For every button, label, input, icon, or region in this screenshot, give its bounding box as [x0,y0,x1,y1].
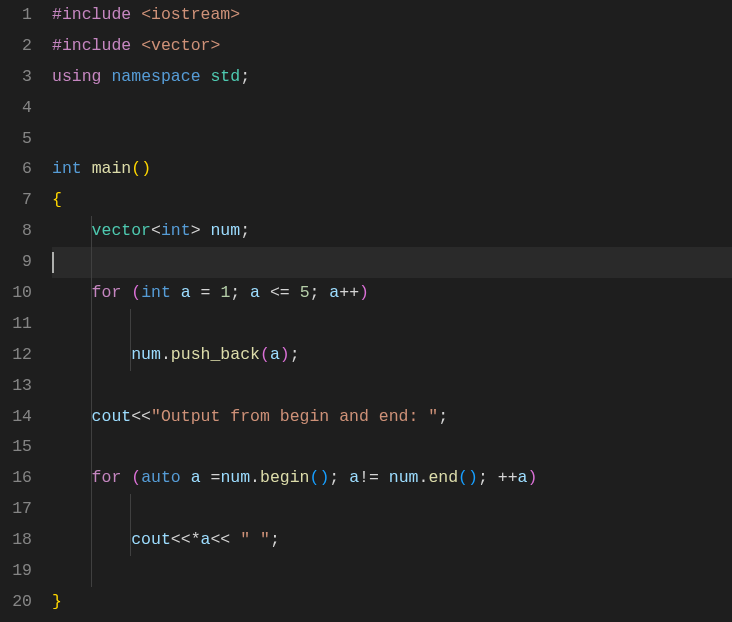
code-line[interactable] [52,309,732,340]
line-number: 6 [0,154,32,185]
token-brace2: ( [310,468,320,487]
indent-guide [130,340,131,371]
token-func: main [92,159,132,178]
token-class: std [210,67,240,86]
token-func: begin [260,468,310,487]
code-line[interactable]: using namespace std; [52,62,732,93]
token-punct: ; [240,221,250,240]
token-string: "Output from begin and end: " [151,407,438,426]
token-punct: ; [240,67,250,86]
token-brace: ) [141,159,151,178]
token-punct: << [210,530,240,549]
token-punct [181,468,191,487]
indent-guide [91,309,92,340]
token-brace1: ( [131,283,141,302]
line-number: 10 [0,278,32,309]
token-punct: < [151,221,161,240]
token-ident: a [181,283,191,302]
token-punct: ; [438,407,448,426]
token-punct [82,159,92,178]
token-punct [52,468,92,487]
token-type: int [161,221,191,240]
token-ns: namespace [111,67,200,86]
token-punct: << [131,407,151,426]
line-number: 5 [0,124,32,155]
code-line[interactable]: for (int a = 1; a <= 5; a++) [52,278,732,309]
line-number: 15 [0,432,32,463]
line-number: 16 [0,463,32,494]
code-line[interactable]: } [52,587,732,618]
token-punct: != [359,468,389,487]
indent-guide [91,463,92,494]
indent-guide [130,494,131,525]
line-number-gutter: 1234567891011121314151617181920 [0,0,42,622]
code-line[interactable] [52,247,732,278]
token-class: vector [92,221,151,240]
code-line[interactable]: { [52,185,732,216]
token-brace1: ( [131,468,141,487]
indent-guide [91,247,92,278]
code-line[interactable]: vector<int> num; [52,216,732,247]
token-brace1: ( [260,345,270,364]
line-number: 9 [0,247,32,278]
token-brace1: ) [280,345,290,364]
line-number: 19 [0,556,32,587]
code-line[interactable]: num.push_back(a); [52,340,732,371]
line-number: 17 [0,494,32,525]
code-line[interactable] [52,371,732,402]
token-punct: ; [329,468,349,487]
token-punct: = [201,468,221,487]
indent-guide [91,340,92,371]
code-area[interactable]: #include <iostream>#include <vector>usin… [42,0,732,622]
token-brace: { [52,190,62,209]
token-type: int [141,283,171,302]
line-number: 13 [0,371,32,402]
code-line[interactable]: for (auto a =num.begin(); a!= num.end();… [52,463,732,494]
code-editor[interactable]: 1234567891011121314151617181920 #include… [0,0,732,622]
token-string: " " [240,530,270,549]
line-number: 8 [0,216,32,247]
token-punct [52,283,92,302]
token-preproc: #include [52,36,131,55]
code-line[interactable] [52,494,732,525]
code-line[interactable] [52,432,732,463]
token-header: <iostream> [141,5,240,24]
code-line[interactable]: #include <vector> [52,31,732,62]
token-brace2: ( [458,468,468,487]
code-line[interactable] [52,93,732,124]
code-line[interactable]: int main() [52,154,732,185]
code-line[interactable] [52,124,732,155]
token-ident: a [270,345,280,364]
token-using: for [92,283,122,302]
token-brace1: ) [359,283,369,302]
token-punct [131,5,141,24]
token-ident: num [389,468,419,487]
token-punct [171,283,181,302]
token-punct: ; [270,530,280,549]
code-line[interactable]: cout<<*a<< " "; [52,525,732,556]
token-func: push_back [171,345,260,364]
indent-guide [130,309,131,340]
token-brace2: ) [468,468,478,487]
code-line[interactable] [52,556,732,587]
token-ident: a [250,283,260,302]
token-type: int [52,159,82,178]
line-number: 12 [0,340,32,371]
token-punct [52,407,92,426]
token-header: <vector> [141,36,220,55]
token-punct: ++ [339,283,359,302]
token-punct [201,67,211,86]
token-ident: num [210,221,240,240]
token-number: 5 [300,283,310,302]
token-punct: <<* [171,530,201,549]
token-punct: ; [290,345,300,364]
token-ident: a [191,468,201,487]
token-ident: num [220,468,250,487]
indent-guide [91,556,92,587]
text-cursor [52,252,54,273]
indent-guide [91,525,92,556]
line-number: 20 [0,587,32,618]
token-punct [52,221,92,240]
code-line[interactable]: cout<<"Output from begin and end: "; [52,402,732,433]
code-line[interactable]: #include <iostream> [52,0,732,31]
